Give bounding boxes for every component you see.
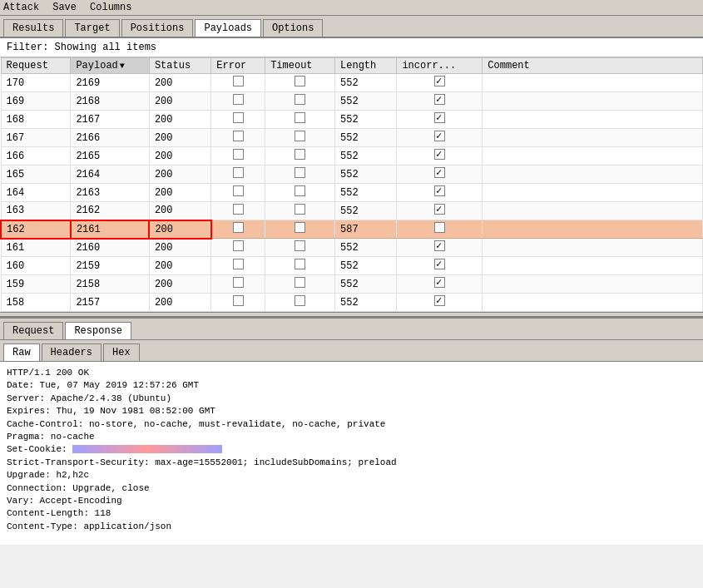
table-row[interactable]: 1692168200552 (1, 92, 703, 111)
response-line-3: Expires: Thu, 19 Nov 1981 08:52:00 GMT (7, 405, 696, 418)
cell-incorrect (397, 129, 483, 147)
cell-payload: 2164 (71, 166, 150, 184)
table-row[interactable]: 1622161200587 (1, 220, 703, 239)
table-row[interactable]: 1702169200552 (1, 74, 703, 92)
col-incorrect[interactable]: incorr... (397, 58, 483, 74)
table-row[interactable]: 1672166200552 (1, 129, 703, 147)
cell-request: 159 (1, 275, 71, 294)
cell-error (211, 257, 265, 275)
cell-incorrect (397, 257, 483, 275)
tab-request[interactable]: Request (3, 322, 63, 339)
cell-timeout (265, 147, 335, 166)
tab-target[interactable]: Target (65, 19, 119, 37)
table-row[interactable]: 1612160200552 (1, 239, 703, 257)
filter-text: Filter: Showing all items (7, 42, 156, 53)
cell-error (211, 166, 265, 184)
sub-tab-raw[interactable]: Raw (3, 343, 40, 361)
cell-length: 552 (335, 111, 397, 129)
response-line-0: HTTP/1.1 200 OK (7, 367, 696, 379)
table-row[interactable]: 1602159200552 (1, 257, 703, 275)
response-content: HTTP/1.1 200 OK Date: Tue, 07 May 2019 1… (0, 362, 703, 545)
cell-incorrect (397, 166, 483, 184)
cell-payload: 2159 (71, 257, 150, 275)
cell-timeout (265, 294, 335, 312)
tab-options[interactable]: Options (263, 19, 323, 37)
sub-tab-headers[interactable]: Headers (42, 343, 101, 361)
cell-status: 200 (149, 111, 210, 129)
cell-incorrect (397, 184, 483, 202)
cell-request: 161 (1, 239, 71, 257)
cell-status: 200 (149, 257, 210, 275)
cell-comment (483, 184, 703, 202)
table-row[interactable]: 1662165200552 (1, 147, 703, 166)
table-row[interactable]: 1682167200552 (1, 111, 703, 129)
cell-status: 200 (149, 166, 210, 184)
menu-bar: Attack Save Columns (0, 0, 703, 16)
cell-status: 200 (149, 275, 210, 294)
cell-payload: 2166 (71, 129, 150, 147)
col-timeout[interactable]: Timeout (265, 58, 335, 74)
cell-length: 552 (335, 257, 397, 275)
cell-incorrect (397, 74, 483, 92)
cell-length: 587 (335, 220, 397, 239)
table-row[interactable]: 1592158200552 (1, 275, 703, 294)
cell-error (211, 275, 265, 294)
cell-status: 200 (149, 294, 210, 312)
col-comment[interactable]: Comment (483, 58, 703, 74)
cell-timeout (265, 184, 335, 202)
cell-comment (483, 166, 703, 184)
sub-tab-hex[interactable]: Hex (103, 343, 140, 361)
cell-timeout (265, 166, 335, 184)
col-request[interactable]: Request (1, 58, 71, 74)
col-status[interactable]: Status (149, 58, 210, 74)
tab-payloads[interactable]: Payloads (195, 19, 261, 37)
tab-response[interactable]: Response (65, 322, 131, 339)
menu-attack[interactable]: Attack (3, 2, 39, 13)
table-row[interactable]: 1582157200552 (1, 294, 703, 312)
cell-payload: 2163 (71, 184, 150, 202)
cell-incorrect (397, 111, 483, 129)
menu-columns[interactable]: Columns (90, 2, 131, 13)
tab-positions[interactable]: Positions (121, 19, 194, 37)
cell-incorrect (397, 275, 483, 294)
tab-results[interactable]: Results (3, 19, 63, 37)
cell-incorrect (397, 294, 483, 312)
cell-length: 552 (335, 294, 397, 312)
cell-incorrect (397, 202, 483, 220)
cell-timeout (265, 239, 335, 257)
cell-request: 165 (1, 166, 71, 184)
cell-request: 166 (1, 147, 71, 166)
col-error[interactable]: Error (211, 58, 265, 74)
cell-timeout (265, 202, 335, 220)
cell-status: 200 (149, 74, 210, 92)
table-row[interactable]: 1642163200552 (1, 184, 703, 202)
menu-save[interactable]: Save (52, 2, 77, 13)
table-row[interactable]: 1632162200552 (1, 202, 703, 220)
cell-timeout (265, 220, 335, 239)
cell-payload: 2157 (71, 294, 150, 312)
req-resp-tabs: Request Response (0, 317, 703, 340)
cell-payload: 2169 (71, 74, 150, 92)
col-length[interactable]: Length (335, 58, 397, 74)
cell-request: 158 (1, 294, 71, 312)
cell-error (211, 184, 265, 202)
cell-payload: 2158 (71, 275, 150, 294)
response-line-1: Date: Tue, 07 May 2019 12:57:26 GMT (7, 379, 696, 392)
response-line-9: Connection: Upgrade, close (7, 482, 696, 495)
cell-request: 164 (1, 184, 71, 202)
cell-error (211, 220, 265, 239)
table-row[interactable]: 1652164200552 (1, 166, 703, 184)
response-line-4: Cache-Control: no-store, no-cache, must-… (7, 418, 696, 431)
cell-payload: 2167 (71, 111, 150, 129)
cell-status: 200 (149, 220, 210, 239)
response-line-2: Server: Apache/2.4.38 (Ubuntu) (7, 393, 696, 405)
cell-timeout (265, 257, 335, 275)
cell-length: 552 (335, 275, 397, 294)
cell-comment (483, 92, 703, 111)
col-payload[interactable]: Payload▼ (71, 58, 150, 74)
cell-error (211, 111, 265, 129)
cell-length: 552 (335, 129, 397, 147)
cell-length: 552 (335, 166, 397, 184)
response-line-set-cookie: Set-Cookie: (7, 443, 696, 456)
cell-length: 552 (335, 184, 397, 202)
